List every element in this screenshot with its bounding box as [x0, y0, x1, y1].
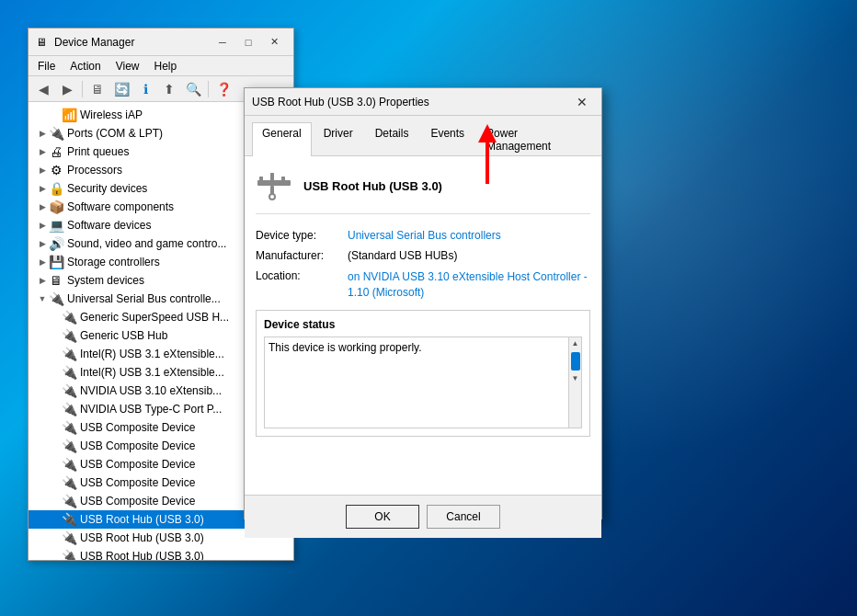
svg-rect-1: [259, 177, 263, 180]
tree-icon-comp1: 🔌: [62, 420, 76, 435]
tree-icon-sound: 🔊: [49, 236, 63, 251]
tree-label-comp3: USB Composite Device: [80, 458, 195, 471]
tree-icon-wireless: 📶: [62, 108, 76, 122]
tree-icon-processors: ⚙: [49, 163, 63, 177]
tree-label-rh2: USB Root Hub (USB 3.0): [80, 531, 204, 544]
props-label-device-type: Device type:: [256, 229, 348, 242]
dm-title-icon: 🖥: [36, 36, 49, 49]
dm-titlebar-buttons: ─ □ ✕: [211, 33, 286, 51]
tree-icon-nv310: 🔌: [62, 383, 76, 398]
tree-icon-comp2: 🔌: [62, 439, 76, 453]
props-ok-button[interactable]: OK: [346, 505, 419, 529]
scrollbar-thumb[interactable]: [571, 352, 580, 371]
tree-item-usb-root-hub-3[interactable]: 🔌 USB Root Hub (USB 3.0): [29, 547, 293, 560]
tree-icon-nvtc: 🔌: [62, 402, 76, 416]
dm-toolbar-scan[interactable]: 🔍: [182, 79, 204, 99]
tree-icon-gss: 🔌: [62, 310, 76, 325]
props-label-location: Location:: [256, 269, 348, 282]
props-tabs: General Driver Details Events Power Mana…: [245, 116, 601, 156]
properties-dialog: USB Root Hub (USB 3.0) Properties ✕ Gene…: [244, 87, 602, 519]
tree-label-security: Security devices: [67, 182, 147, 195]
props-close-button[interactable]: ✕: [570, 93, 594, 111]
dm-toolbar-props[interactable]: ℹ: [134, 79, 156, 99]
tree-icon-comp5: 🔌: [62, 494, 76, 508]
tree-icon-comp3: 🔌: [62, 457, 76, 472]
tab-details[interactable]: Details: [365, 122, 419, 156]
tree-label-nvtc: NVIDIA USB Type-C Port P...: [80, 403, 222, 416]
tree-arrow-print: ▶: [36, 147, 49, 156]
props-field-manufacturer: Manufacturer: (Standard USB HUBs): [256, 249, 590, 262]
dm-maximize-button[interactable]: □: [236, 33, 260, 51]
tree-label-rh3: USB Root Hub (USB 3.0): [80, 550, 204, 560]
props-status-scrollbar[interactable]: ▲ ▼: [568, 337, 581, 428]
tree-icon-intel2: 🔌: [62, 365, 76, 380]
props-value-manufacturer: (Standard USB HUBs): [348, 249, 590, 262]
dm-menu-view[interactable]: View: [110, 58, 145, 74]
svg-marker-7: [478, 124, 497, 143]
svg-point-5: [269, 194, 275, 200]
props-status-box: This device is working properly. ▲ ▼: [264, 337, 582, 428]
scrollbar-up-arrow[interactable]: ▲: [569, 337, 582, 350]
dm-toolbar-update[interactable]: ⬆: [158, 79, 180, 99]
tree-arrow-processors: ▶: [36, 165, 49, 175]
red-arrow-annotation: [469, 120, 506, 196]
tree-label-comp4: USB Composite Device: [80, 476, 195, 489]
tree-label-system: System devices: [67, 274, 144, 287]
dm-menu-file[interactable]: File: [32, 58, 61, 74]
tree-icon-intel1: 🔌: [62, 347, 76, 361]
dm-close-button[interactable]: ✕: [262, 33, 286, 51]
tree-arrow-sw-components: ▶: [36, 202, 49, 211]
tree-label-comp5: USB Composite Device: [80, 495, 195, 508]
svg-rect-0: [257, 180, 291, 186]
tree-label-intel2: Intel(R) USB 3.1 eXtensible...: [80, 366, 224, 379]
tree-icon-usb-ctrl: 🔌: [49, 291, 63, 306]
tree-arrow-system: ▶: [36, 276, 49, 285]
tree-label-gss: Generic SuperSpeed USB H...: [80, 311, 229, 324]
props-label-manufacturer: Manufacturer:: [256, 249, 348, 262]
tree-icon-comp4: 🔌: [62, 475, 76, 490]
tree-label-storage: Storage controllers: [67, 256, 160, 268]
tree-icon-ports: 🔌: [49, 126, 63, 141]
tree-arrow-storage: ▶: [36, 257, 49, 267]
tree-label-processors: Processors: [67, 164, 122, 177]
tree-label-sw-devices: Software devices: [67, 219, 151, 232]
dm-title-text: Device Manager: [54, 36, 211, 49]
props-status-label: Device status: [264, 318, 582, 331]
dm-menu-help[interactable]: Help: [149, 58, 183, 74]
scrollbar-down-arrow[interactable]: ▼: [569, 372, 582, 385]
tree-label-guh: Generic USB Hub: [80, 329, 167, 342]
tree-arrow-security: ▶: [36, 184, 49, 193]
tree-icon-security: 🔒: [49, 181, 63, 196]
dm-toolbar-help[interactable]: ❓: [212, 79, 234, 99]
props-cancel-button[interactable]: Cancel: [427, 505, 500, 529]
tree-label-usb-ctrl: Universal Serial Bus controlle...: [67, 292, 221, 305]
tree-icon-rh1: 🔌: [62, 512, 76, 527]
dm-toolbar-back[interactable]: ◀: [32, 79, 54, 99]
props-value-location: on NVIDIA USB 3.10 eXtensible Host Contr…: [348, 269, 590, 301]
tree-label-ports: Ports (COM & LPT): [67, 127, 163, 140]
tree-arrow-sound: ▶: [36, 239, 49, 248]
tree-arrow-ports: ▶: [36, 129, 49, 138]
tree-label-sound: Sound, video and game contro...: [67, 237, 226, 250]
dm-toolbar-sep1: [82, 81, 83, 97]
dm-toolbar-computer[interactable]: 🖥: [86, 79, 109, 99]
tree-icon-sw-devices: 💻: [49, 218, 63, 233]
props-status-text: This device is working properly.: [269, 341, 422, 354]
dm-minimize-button[interactable]: ─: [211, 33, 234, 51]
tree-label-comp2: USB Composite Device: [80, 439, 195, 452]
dm-toolbar-refresh[interactable]: 🔄: [110, 79, 132, 99]
dm-menu-action[interactable]: Action: [64, 58, 106, 74]
props-device-icon: [256, 167, 292, 204]
props-title-text: USB Root Hub (USB 3.0) Properties: [252, 96, 570, 108]
tab-driver[interactable]: Driver: [314, 122, 363, 156]
props-titlebar: USB Root Hub (USB 3.0) Properties ✕: [245, 88, 601, 116]
props-value-device-type: Universal Serial Bus controllers: [348, 229, 590, 242]
tab-general[interactable]: General: [252, 122, 312, 156]
tree-arrow-usb-ctrl: ▼: [36, 294, 49, 303]
tree-icon-storage: 💾: [49, 255, 63, 269]
dm-toolbar-forward[interactable]: ▶: [56, 79, 78, 99]
tree-label-wireless: Wireless iAP: [80, 108, 143, 121]
tab-events[interactable]: Events: [420, 122, 474, 156]
props-status-group: Device status This device is working pro…: [256, 310, 590, 437]
props-device-name: USB Root Hub (USB 3.0): [303, 179, 442, 193]
